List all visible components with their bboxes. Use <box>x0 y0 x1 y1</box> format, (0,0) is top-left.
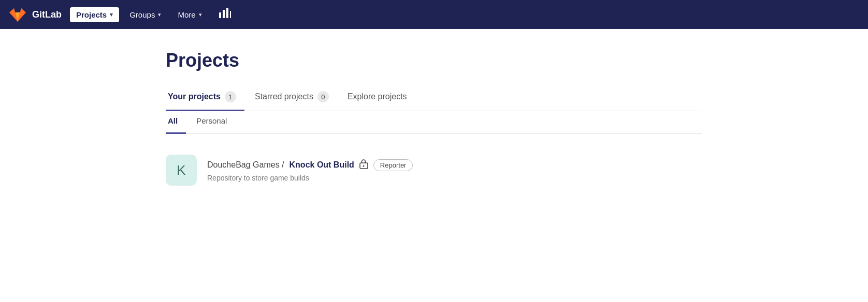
tab-starred-projects-badge: 0 <box>317 91 329 102</box>
tab-your-projects[interactable]: Your projects 1 <box>166 86 244 111</box>
navbar: GitLab Projects ▾ Groups ▾ More ▾ <box>0 0 868 29</box>
project-name-row: DoucheBag Games / Knock Out Build Report… <box>207 159 413 172</box>
project-avatar-letter: K <box>177 162 185 178</box>
project-item: K DoucheBag Games / Knock Out Build Repo… <box>166 146 702 194</box>
more-chevron-icon: ▾ <box>199 11 202 18</box>
gitlab-wordmark: GitLab <box>32 9 62 20</box>
svg-rect-6 <box>223 10 225 18</box>
sub-tabs: All Personal <box>166 111 702 134</box>
stats-chart-icon[interactable] <box>214 4 235 25</box>
projects-nav-label: Projects <box>76 10 107 19</box>
logo-area[interactable]: GitLab <box>8 5 62 24</box>
svg-rect-5 <box>219 12 221 18</box>
gitlab-logo-icon <box>8 5 27 24</box>
groups-nav-button[interactable]: Groups ▾ <box>123 7 167 22</box>
projects-chevron-icon: ▾ <box>110 11 113 18</box>
more-nav-button[interactable]: More ▾ <box>171 7 208 22</box>
tab-explore-projects[interactable]: Explore projects <box>345 87 415 110</box>
tab-personal-label: Personal <box>196 116 227 125</box>
tab-your-projects-badge: 1 <box>225 91 236 102</box>
tab-your-projects-label: Your projects <box>168 92 221 101</box>
svg-rect-7 <box>226 8 228 18</box>
svg-rect-8 <box>230 11 231 18</box>
tab-all-label: All <box>168 116 178 125</box>
project-namespace: DoucheBag Games / <box>207 160 284 170</box>
groups-nav-label: Groups <box>129 10 155 19</box>
main-content: Projects Your projects 1 Starred project… <box>149 29 719 210</box>
tab-personal[interactable]: Personal <box>194 111 235 134</box>
tab-all[interactable]: All <box>166 111 186 134</box>
tab-starred-projects[interactable]: Starred projects 0 <box>253 86 337 111</box>
projects-nav-button[interactable]: Projects ▾ <box>70 7 119 22</box>
more-nav-label: More <box>178 10 195 19</box>
reporter-badge: Reporter <box>373 159 413 171</box>
project-avatar: K <box>166 155 197 186</box>
tab-starred-projects-label: Starred projects <box>255 92 313 101</box>
top-tabs: Your projects 1 Starred projects 0 Explo… <box>166 86 702 111</box>
svg-point-10 <box>363 165 364 167</box>
project-info: DoucheBag Games / Knock Out Build Report… <box>207 159 413 182</box>
project-description: Repository to store game builds <box>207 174 413 182</box>
groups-chevron-icon: ▾ <box>158 11 161 18</box>
project-name[interactable]: Knock Out Build <box>290 160 354 170</box>
lock-icon <box>359 159 368 172</box>
page-title: Projects <box>166 50 702 71</box>
tab-explore-projects-label: Explore projects <box>348 92 407 101</box>
